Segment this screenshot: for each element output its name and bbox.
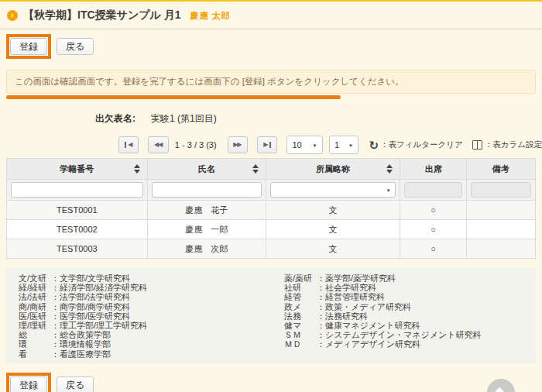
next-page-button[interactable]: ▶▶ — [228, 136, 248, 153]
page-number-select[interactable]: 1▼ — [329, 136, 358, 154]
sheet-name-value: 実験1 (第1回目) — [151, 112, 217, 126]
legend-left-column: 文/文研：文学部/文学研究科 経/経研：経済学部/経済学研究科 法/法研：法学部… — [19, 273, 271, 357]
table-row[interactable]: TEST0003 慶應 次郎 文 ○ — [7, 239, 536, 259]
table-header-row: 学籍番号 氏名 所属略称 出席 備考 — [7, 159, 536, 180]
next-page-arrow-icon: ▶ — [237, 142, 242, 148]
confirmation-message: この画面は確認画面です。登録を完了するには画面下の [登録] ボタンをクリックし… — [6, 70, 536, 94]
breadcrumb-arrow-icon: › — [7, 10, 18, 21]
page-number-value: 1 — [334, 140, 339, 150]
page-title: 【秋学期】ITC授業サンプル 月1 — [23, 9, 181, 22]
register-button-top[interactable]: 登録 — [10, 38, 47, 55]
table-row[interactable]: TEST0001 慶應 花子 文 ○ — [7, 201, 536, 220]
column-header-student-id[interactable]: 学籍番号 — [7, 159, 148, 180]
page-size-value: 10 — [292, 140, 301, 150]
pager-range-text: 1 - 3 / 3 (3) — [175, 140, 217, 150]
legend-right-column: 薬/薬研：薬学部/薬学研究科 社研：社会学研究科 経管：経営管理研究科 政メ：政… — [271, 273, 523, 357]
legend-item: 経管：経営管理研究科 — [284, 292, 523, 301]
column-settings-label: ：表カラム設定 — [485, 139, 542, 150]
back-button-bottom[interactable]: 戻る — [57, 377, 94, 392]
column-header-label: 所属略称 — [316, 164, 350, 174]
attendance-table: 学籍番号 氏名 所属略称 出席 備考 ▼ TEST0001 慶應 花子 文 ○ … — [6, 158, 536, 259]
column-settings-icon[interactable] — [472, 140, 482, 150]
note-cell — [467, 201, 536, 220]
affiliation-legend: 文/文研：文学部/文学研究科 経/経研：経済学部/経済学研究科 法/法研：法学部… — [6, 267, 536, 363]
sort-icon[interactable] — [252, 164, 259, 174]
name-filter-input[interactable] — [152, 182, 262, 198]
first-page-bar-icon — [125, 142, 126, 148]
first-page-button[interactable]: ◀ — [118, 136, 139, 153]
chevron-up-icon — [494, 387, 505, 392]
student-id-cell: TEST0001 — [7, 201, 148, 220]
legend-item: 経/経研：経済学部/経済学研究科 — [19, 283, 271, 292]
page-size-select[interactable]: 10▼ — [286, 136, 323, 154]
column-header-note: 備考 — [467, 159, 536, 180]
filter-clear-tool: ↻ ：表フィルタークリア ：表カラム設定 — [369, 139, 542, 151]
legend-item: 法/法研：法学部/法学研究科 — [19, 292, 271, 301]
last-page-arrow-icon: ▶ — [263, 142, 268, 148]
legend-item: 政メ：政策・メディア研究科 — [284, 302, 523, 311]
legend-item: 法務：法務研究科 — [284, 311, 523, 321]
name-cell: 慶應 次郎 — [147, 239, 266, 259]
register-button-bottom[interactable]: 登録 — [10, 377, 47, 392]
affiliation-filter-select[interactable]: ▼ — [270, 182, 396, 198]
orange-underline-annotation — [6, 95, 341, 99]
note-cell — [467, 239, 536, 259]
column-header-attendance: 出席 — [400, 159, 467, 180]
name-cell: 慶應 花子 — [147, 201, 266, 220]
note-filter-input — [471, 182, 531, 198]
legend-item: 医/医研：医学部/医学研究科 — [19, 311, 271, 321]
attendance-cell: ○ — [400, 201, 467, 220]
sheet-name-label: 出欠表名: — [95, 112, 136, 126]
name-cell: 慶應 一郎 — [147, 220, 266, 239]
legend-item: 看：看護医療学部 — [19, 349, 271, 359]
column-header-label: 氏名 — [198, 164, 215, 174]
top-button-row: 登録 戻る — [0, 29, 542, 59]
chevron-down-icon: ▼ — [348, 143, 354, 147]
legend-item: 理/理研：理工学部/理工学研究科 — [19, 321, 271, 330]
column-header-label: 備考 — [492, 164, 509, 174]
column-header-label: 出席 — [425, 164, 442, 174]
legend-item: 総：総合政策学部 — [19, 330, 271, 339]
legend-item: 文/文研：文学部/文学研究科 — [19, 273, 271, 283]
back-button-top[interactable]: 戻る — [57, 38, 94, 55]
affiliation-cell: 文 — [266, 201, 400, 220]
legend-item: ＳＭ：システムデザイン・マネジメント研究科 — [284, 330, 523, 339]
legend-item: 薬/薬研：薬学部/薬学研究科 — [284, 273, 523, 283]
attendance-filter-input — [404, 182, 462, 198]
column-header-affiliation[interactable]: 所属略称 — [266, 159, 400, 180]
legend-item: ＭＤ：メディアデザイン研究科 — [284, 339, 523, 349]
attendance-cell: ○ — [400, 220, 467, 239]
last-page-button[interactable]: ▶ — [257, 136, 277, 153]
pager: ◀ ◀◀ 1 - 3 / 3 (3) ▶▶ ▶ 10▼ 1▼ ↻ ：表フィルター… — [118, 136, 542, 154]
affiliation-cell: 文 — [266, 220, 400, 239]
column-header-name[interactable]: 氏名 — [147, 159, 266, 180]
student-id-cell: TEST0003 — [7, 239, 148, 259]
page-header: › 【秋学期】ITC授業サンプル 月1 慶應 太郎 — [0, 2, 542, 22]
legend-item: 社研：社会学研究科 — [284, 283, 523, 292]
register-highlight-annotation: 登録 — [6, 373, 51, 392]
sort-icon[interactable] — [386, 164, 393, 174]
legend-item: 環：環境情報学部 — [19, 339, 271, 349]
register-highlight-annotation: 登録 — [6, 34, 51, 59]
legend-item: 健マ：健康マネジメント研究科 — [284, 321, 523, 330]
prev-page-button[interactable]: ◀◀ — [148, 136, 168, 153]
table-row[interactable]: TEST0002 慶應 一郎 文 ○ — [7, 220, 536, 239]
chevron-down-icon: ▼ — [312, 143, 317, 147]
note-cell — [467, 220, 536, 239]
legend-item: 商/商研：商学部/商学研究科 — [19, 302, 271, 311]
student-id-filter-input[interactable] — [11, 182, 143, 198]
user-name-link[interactable]: 慶應 太郎 — [190, 10, 231, 22]
bottom-button-row: 登録 戻る — [0, 363, 542, 392]
chevron-down-icon: ▼ — [386, 187, 391, 192]
column-header-label: 学籍番号 — [60, 164, 94, 174]
refresh-icon[interactable]: ↻ — [369, 139, 379, 151]
student-id-cell: TEST0002 — [7, 220, 148, 239]
first-page-arrow-icon: ◀ — [128, 142, 132, 148]
attendance-cell: ○ — [400, 239, 467, 259]
sort-icon[interactable] — [134, 164, 140, 174]
sheet-name-row: 出欠表名: 実験1 (第1回目) — [95, 112, 542, 126]
affiliation-cell: 文 — [266, 239, 400, 259]
last-page-bar-icon — [269, 142, 271, 148]
table-filter-row: ▼ — [7, 180, 536, 201]
prev-page-arrow-icon: ◀ — [158, 142, 163, 148]
